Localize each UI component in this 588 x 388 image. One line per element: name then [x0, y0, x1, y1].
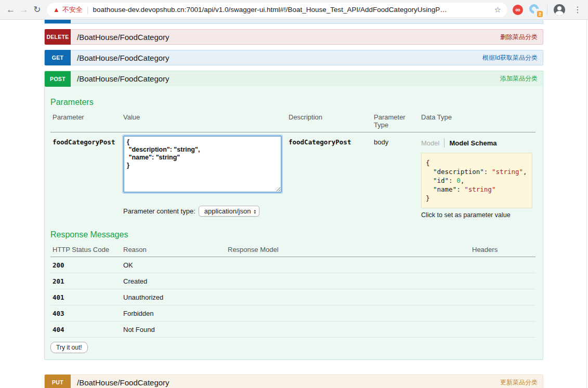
- url-text[interactable]: boathouse-dev.devopshub.cn:7001/api/v1.0…: [93, 6, 490, 14]
- status-code: 201: [50, 277, 123, 285]
- model-tab-divider: [444, 138, 445, 148]
- response-table-header: HTTP Status Code Reason Response Model H…: [50, 246, 535, 257]
- try-it-out-button[interactable]: Try it out!: [50, 342, 88, 353]
- parameter-row: foodCategoryPost { "description": "strin…: [50, 132, 535, 219]
- parameter-description: foodCategoryPost: [289, 136, 374, 219]
- tab-model-schema[interactable]: Model Schema: [449, 139, 496, 147]
- model-tabs: Model Model Schema: [421, 136, 535, 148]
- put-method-badge[interactable]: PUT: [45, 374, 71, 388]
- endpoint-row-partial[interactable]: [44, 20, 543, 24]
- status-reason: Created: [123, 277, 228, 285]
- status-reason: Not Found: [123, 326, 228, 333]
- status-code: 403: [50, 310, 123, 317]
- schema-open: {: [426, 158, 528, 167]
- col-value: Value: [123, 113, 289, 129]
- browser-menu-icon[interactable]: ⋮: [571, 5, 584, 15]
- get-summary[interactable]: 根据Id获取菜品分类: [482, 53, 538, 62]
- schema-line: "id": 0,: [426, 176, 528, 185]
- model-schema-snippet[interactable]: { "description": "string", "id": 0, "nam…: [421, 153, 532, 208]
- post-path[interactable]: /BoatHouse/FoodCategory: [77, 74, 169, 83]
- post-expanded-panel: Parameters Parameter Value Description P…: [44, 86, 543, 360]
- response-row: 200 OK: [50, 257, 535, 273]
- col-parameter: Parameter: [50, 113, 123, 129]
- extensions-area: ∞ 2 ⋮: [513, 4, 584, 16]
- security-warning-label[interactable]: 不安全: [62, 5, 83, 15]
- col-parameter-type: Parameter Type: [374, 113, 421, 129]
- status-reason: OK: [123, 261, 228, 269]
- avatar-head: [557, 6, 561, 10]
- extension-infinity-icon[interactable]: ∞: [513, 5, 523, 15]
- scrollbar[interactable]: [586, 20, 587, 388]
- response-row: 201 Created: [50, 273, 535, 289]
- col-reason: Reason: [123, 246, 228, 253]
- delete-path[interactable]: /BoatHouse/FoodCategory: [77, 33, 169, 42]
- status-reason: Unauthorized: [123, 293, 228, 301]
- status-reason: Forbidden: [123, 310, 228, 317]
- forward-icon[interactable]: →: [17, 5, 30, 15]
- extension-badge: 2: [537, 11, 543, 17]
- endpoint-row-post[interactable]: POST /BoatHouse/FoodCategory 添加菜品分类: [44, 71, 543, 86]
- swagger-page: DELETE /BoatHouse/FoodCategory 删除菜品分类 GE…: [0, 20, 588, 388]
- col-data-type: Data Type: [421, 113, 535, 129]
- omnibox-divider: |: [87, 6, 89, 14]
- delete-method-badge[interactable]: DELETE: [45, 29, 71, 45]
- status-code: 401: [50, 293, 123, 301]
- endpoint-row-delete[interactable]: DELETE /BoatHouse/FoodCategory 删除菜品分类: [44, 29, 543, 45]
- post-method-badge[interactable]: POST: [45, 71, 71, 87]
- get-path[interactable]: /BoatHouse/FoodCategory: [77, 53, 169, 62]
- schema-line: "name": "string": [426, 185, 528, 194]
- col-response-model: Response Model: [228, 246, 472, 253]
- schema-hint: Click to set as parameter value: [421, 211, 535, 219]
- security-warning-icon[interactable]: ▲: [53, 6, 60, 14]
- post-summary[interactable]: 添加菜品分类: [500, 74, 538, 83]
- endpoint-row-get[interactable]: GET /BoatHouse/FoodCategory 根据Id获取菜品分类: [44, 50, 543, 65]
- col-http-status-code: HTTP Status Code: [50, 246, 123, 253]
- endpoint-row-put[interactable]: PUT /BoatHouse/FoodCategory 更新菜品分类: [44, 374, 543, 388]
- get-badge-partial: [45, 20, 71, 23]
- parameter-name: foodCategoryPost: [50, 136, 123, 219]
- avatar-body: [555, 11, 564, 16]
- browser-toolbar: ← → ↻ ▲ 不安全 | boathouse-dev.devopshub.cn…: [0, 0, 588, 20]
- schema-close: }: [426, 194, 528, 203]
- bookmark-star-icon[interactable]: ☆: [494, 5, 501, 15]
- col-description: Description: [289, 113, 374, 129]
- parameters-table-header: Parameter Value Description Parameter Ty…: [50, 113, 535, 132]
- content-type-select[interactable]: application/json ▴▾: [199, 206, 259, 217]
- parameter-value-input[interactable]: { "description": "string", "name": "stri…: [123, 136, 282, 193]
- response-row: 401 Unauthorized: [50, 289, 535, 305]
- response-row: 403 Forbidden: [50, 305, 535, 322]
- delete-summary[interactable]: 删除菜品分类: [500, 33, 538, 42]
- col-headers: Headers: [472, 246, 535, 253]
- status-code: 404: [50, 326, 123, 333]
- reload-icon[interactable]: ↻: [31, 4, 44, 15]
- status-code: 200: [50, 261, 123, 269]
- response-messages-heading: Response Messages: [50, 230, 535, 239]
- schema-line: "description": "string",: [426, 167, 528, 176]
- put-path[interactable]: /BoatHouse/FoodCategory: [77, 378, 169, 387]
- select-arrows-icon: ▴▾: [254, 209, 256, 214]
- tab-model[interactable]: Model: [421, 139, 439, 147]
- toolbar-divider: [547, 5, 547, 15]
- content-type-value: application/json: [204, 207, 251, 215]
- extension-circle-icon[interactable]: 2: [529, 4, 541, 16]
- profile-avatar[interactable]: [554, 4, 565, 16]
- get-method-badge[interactable]: GET: [45, 50, 71, 65]
- response-row: 404 Not Found: [50, 322, 535, 338]
- put-summary[interactable]: 更新菜品分类: [500, 378, 538, 387]
- parameters-heading: Parameters: [50, 98, 535, 107]
- content-type-label: Parameter content type:: [123, 207, 195, 215]
- address-bar[interactable]: ▲ 不安全 | boathouse-dev.devopshub.cn:7001/…: [47, 3, 507, 17]
- back-icon[interactable]: ←: [4, 5, 17, 15]
- parameter-type-value: body: [374, 136, 421, 219]
